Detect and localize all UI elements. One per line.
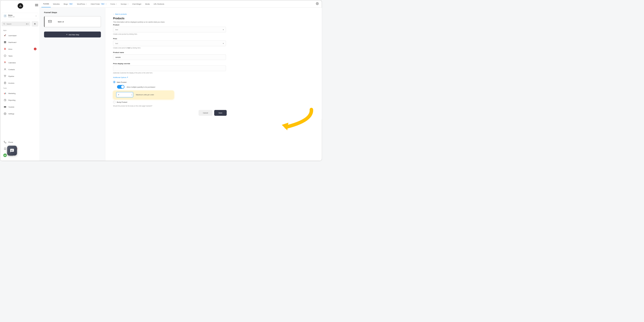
svg-point-1 bbox=[4, 23, 4, 24]
svg-rect-3 bbox=[4, 41, 5, 42]
bolt-icon bbox=[34, 23, 36, 25]
price-display-label: Price display override bbox=[113, 63, 314, 64]
step-card[interactable]: test 1 2 bbox=[44, 16, 101, 27]
number-spinner[interactable]: ▲ ▼ bbox=[131, 94, 132, 96]
chat-widget-bubble[interactable] bbox=[7, 146, 17, 156]
svg-line-2 bbox=[4, 24, 5, 24]
additional-options-toggle[interactable]: Additional Options ▾ bbox=[113, 76, 314, 78]
chevron-down-icon: ▾ bbox=[86, 3, 87, 4]
phone-icon bbox=[3, 140, 7, 144]
svg-point-16 bbox=[5, 114, 6, 114]
youtube-icon bbox=[3, 105, 7, 109]
nav-marketing[interactable]: 📢 Marketing bbox=[2, 90, 38, 96]
cancel-button[interactable]: Cancel bbox=[198, 110, 212, 116]
nav-launchpad[interactable]: 🚀 Launchpad bbox=[2, 32, 38, 39]
svg-point-8 bbox=[4, 68, 6, 70]
steps-title: Funnel Steps bbox=[44, 11, 101, 14]
tab-forms[interactable]: Forms▾ bbox=[109, 0, 118, 7]
nav-settings[interactable]: Settings bbox=[2, 110, 38, 117]
bump-product-radio[interactable]: Bump Product bbox=[113, 101, 314, 104]
price-help: Create a new price for test by clicking … bbox=[113, 47, 314, 49]
product-name-label: Product name bbox=[113, 52, 314, 54]
account-name: Demo bbox=[8, 14, 36, 16]
new-badge: New bbox=[69, 3, 73, 5]
add-step-button[interactable]: Add New Step bbox=[44, 32, 101, 38]
chevron-down-icon: ▾ bbox=[36, 15, 36, 17]
tab-surveys[interactable]: Surveys▾ bbox=[119, 0, 130, 7]
nav-youtube[interactable]: Youtube bbox=[2, 104, 38, 110]
svg-rect-4 bbox=[5, 41, 6, 42]
price-label: Price bbox=[113, 38, 314, 40]
tab-funnels[interactable]: Funnels bbox=[42, 0, 51, 8]
svg-point-0 bbox=[5, 15, 6, 16]
invoices-icon bbox=[3, 81, 7, 85]
gear-icon bbox=[316, 2, 319, 5]
save-button[interactable]: Save bbox=[214, 110, 226, 116]
user-icon bbox=[4, 14, 7, 18]
tab-media[interactable]: Media bbox=[144, 0, 152, 7]
nav-invoices[interactable]: Invoices bbox=[2, 80, 38, 86]
product-label: Product bbox=[113, 24, 314, 26]
radio-selected-icon bbox=[113, 81, 116, 83]
search-input[interactable]: Search ⌘ K bbox=[2, 22, 30, 26]
step-name: test 1 2 bbox=[58, 21, 64, 23]
check-icon: ✓ bbox=[122, 86, 123, 88]
allow-multiple-toggle[interactable]: ✓ bbox=[117, 85, 124, 89]
nav-dashboard[interactable]: Dashboard bbox=[2, 39, 38, 46]
settings-icon bbox=[3, 112, 7, 116]
profile-avatar: GR bbox=[3, 154, 7, 157]
max-units-label: Maximum units per order bbox=[136, 94, 154, 96]
rocket-icon: 🚀 bbox=[3, 34, 7, 37]
product-name-input[interactable] bbox=[113, 54, 226, 60]
section-apps-label: Apps bbox=[2, 29, 38, 32]
page-subtitle: This information will be displayed publi… bbox=[113, 21, 314, 23]
price-display-help: (Optional) Customize the display of the … bbox=[113, 72, 314, 74]
chevron-down-icon: ▾ bbox=[223, 42, 224, 44]
svg-rect-20 bbox=[48, 20, 52, 23]
nav-calendars[interactable]: 📅 Calendars bbox=[2, 59, 38, 66]
nav-phone[interactable]: Phone bbox=[2, 139, 38, 146]
radio-unselected-icon bbox=[113, 101, 116, 104]
bell-icon bbox=[3, 147, 7, 150]
product-help: Create a new product by clicking Here. bbox=[113, 33, 314, 35]
max-units-input[interactable] bbox=[116, 92, 133, 98]
price-select[interactable]: test ▾ bbox=[113, 40, 226, 46]
dashboard-icon bbox=[3, 40, 7, 44]
nav-tasks[interactable]: Tasks bbox=[2, 52, 38, 59]
tab-blogs[interactable]: BlogsNew bbox=[62, 0, 75, 7]
inbox-badge: 0 bbox=[34, 48, 36, 50]
settings-gear-button[interactable] bbox=[315, 1, 320, 7]
reporting-icon bbox=[3, 98, 7, 102]
tasks-icon bbox=[3, 54, 7, 58]
nav-inbox[interactable]: 📮 Inbox 0 bbox=[2, 46, 38, 52]
chevron-down-icon: ▾ bbox=[116, 3, 117, 4]
svg-point-19 bbox=[317, 3, 318, 4]
tab-wordpress[interactable]: WordPress▾ bbox=[75, 0, 88, 7]
search-shortcut: ⌘ K bbox=[26, 23, 29, 25]
chevron-down-icon: ▾ bbox=[128, 3, 128, 4]
pipeline-icon bbox=[3, 74, 7, 78]
nav-reporting[interactable]: Reporting bbox=[2, 97, 38, 104]
envelope-icon bbox=[48, 20, 52, 24]
arrow-left-icon: ← bbox=[113, 13, 114, 15]
back-link[interactable]: ← Back to products bbox=[113, 13, 314, 15]
price-display-input[interactable] bbox=[113, 66, 226, 71]
new-badge: New bbox=[100, 3, 105, 5]
tab-chat-widget[interactable]: Chat Widget bbox=[130, 0, 143, 7]
calendar-icon: 📅 bbox=[3, 61, 7, 64]
main-product-radio[interactable]: Main Product bbox=[113, 81, 314, 83]
brand-logo[interactable] bbox=[17, 2, 24, 10]
page-title: Products bbox=[113, 17, 314, 20]
account-selector[interactable]: Demo Irvine, CA ▾ bbox=[2, 13, 38, 19]
tab-websites[interactable]: Websites bbox=[51, 0, 62, 7]
allow-multiple-label: Allow multiple quantity to be purchased bbox=[127, 86, 155, 88]
tab-client-portal[interactable]: Client PortalNew▾ bbox=[89, 0, 108, 7]
nav-contacts[interactable]: Contacts bbox=[2, 66, 38, 73]
product-select[interactable]: test ▾ bbox=[113, 27, 226, 32]
hamburger-icon[interactable] bbox=[35, 4, 38, 7]
nav-pipeline[interactable]: Pipeline bbox=[2, 73, 38, 80]
svg-marker-23 bbox=[282, 123, 288, 130]
bolt-button[interactable] bbox=[32, 21, 38, 26]
megaphone-icon: 📢 bbox=[3, 92, 7, 95]
tab-url-redirects[interactable]: URL Redirects bbox=[152, 0, 166, 7]
